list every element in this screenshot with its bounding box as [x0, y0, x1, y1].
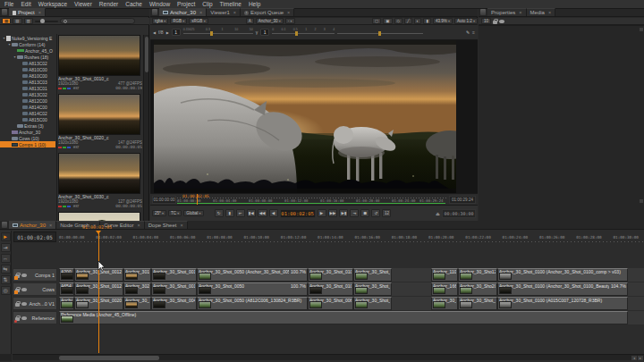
timeline-clip[interactable]: Anchor_30_Shot_0070	[353, 297, 392, 310]
tree-item-rushes-18-[interactable]: ▾Rushes (18)	[0, 54, 55, 60]
bin-vertical-scrollbar[interactable]	[143, 35, 148, 224]
tree-item-a815c00[interactable]: A815C00	[0, 116, 55, 122]
timecode-mode-select[interactable]: TC ▾	[168, 210, 182, 216]
timeline-clip[interactable]: Anchor_30134.2%	[123, 268, 151, 282]
timeline-clip[interactable]: Anchor_30_Shot_0090	[458, 297, 497, 310]
colorspace-select[interactable]: sRGB ▾	[189, 18, 208, 24]
timeline-clip[interactable]: Anchor_30_Shot_0050 (Anchor_30_Shot_0050…	[197, 268, 308, 282]
fps-select[interactable]: 25* ▾	[152, 210, 166, 216]
layer-select[interactable]: rgba ▾	[152, 18, 168, 24]
tree-item-a810c00[interactable]: A810C00	[0, 72, 55, 79]
timeline-horizontal-scrollbar[interactable]: ◂ ▸	[13, 354, 644, 360]
tree-item-comps-1-10-[interactable]: Comps 1 (10)	[0, 141, 55, 147]
goto-end-icon[interactable]: ⇥	[350, 209, 359, 217]
close-icon[interactable]: ×	[199, 10, 202, 15]
viewer-timeline-ruler[interactable]: 01:00:00:00 01:00:00:0001:00:04:0001:00:…	[150, 193, 478, 205]
close-icon[interactable]: ×	[138, 223, 140, 228]
tree-item-extras-3-[interactable]: Extras (3)	[0, 122, 55, 129]
track-header-comps-1[interactable]: Comps 1	[13, 268, 57, 282]
timeline-clip[interactable]: Anchor_30_Shot_0101.8%	[308, 268, 353, 282]
tree-item-a813c03[interactable]: A813C03	[0, 79, 55, 85]
tree-item-a814c00[interactable]: A814C00	[0, 104, 55, 110]
mark-icon[interactable]: ▮	[225, 209, 234, 217]
next-edit-icon[interactable]: ▶▮	[339, 209, 348, 217]
timeline-clip[interactable]: Anchor_110.3%	[431, 268, 458, 282]
track-header-cows[interactable]: Cows	[13, 282, 57, 296]
zoom-select[interactable]: 43.9% ▾	[433, 18, 453, 24]
bin-thumbnail[interactable]: Anchor_30_Shot_0030_c1920x1080127 @24FPS…	[58, 153, 142, 208]
timeline-clip[interactable]: A654.5%	[59, 282, 74, 296]
tree-item-a813c02[interactable]: A813C02	[0, 91, 55, 97]
bin-thumbnail[interactable]: Anchor_30_Shot_0010_c1920x1080477 @24FPS…	[58, 35, 142, 90]
timeline-clip[interactable]: Anchor_30_Shot_0040	[151, 297, 197, 310]
timeline-ruler[interactable]: 01:00:00:0001:00:02:0001:00:04:0001:00:0…	[59, 232, 644, 243]
multi-tool-icon[interactable]: ►	[1, 232, 11, 241]
track-visibility-icon[interactable]	[21, 302, 27, 306]
frame-increment-field[interactable]: 12	[382, 209, 391, 217]
close-icon[interactable]: ×	[519, 10, 521, 15]
tree-item-nuke9-versioning-e[interactable]: ▾Nuke9_Versioning E	[0, 35, 55, 41]
project-grip-icon[interactable]	[2, 9, 7, 15]
stop-icon[interactable]: ◼	[360, 209, 369, 217]
goto-start-icon[interactable]: ⇤	[236, 209, 245, 217]
tree-item-a814c02[interactable]: A814C02	[0, 110, 55, 116]
track-visibility-icon[interactable]	[21, 316, 27, 320]
timeline-clip[interactable]: Anchor_30_Shot_0050100.7%	[197, 282, 308, 296]
menu-workspace[interactable]: Workspace	[38, 1, 67, 7]
channel-select[interactable]: RGB ▾	[170, 18, 187, 24]
close-icon[interactable]: ×	[38, 10, 41, 15]
tree-item-anchor-45-o[interactable]: Anchor_45_O	[0, 47, 55, 54]
proxy-select[interactable]: Auto 1:2 ▾	[454, 18, 478, 24]
timeline-clip[interactable]: Anchor_166.7%	[431, 282, 458, 296]
focus-panel-icon[interactable]	[499, 20, 504, 23]
timeline-clip[interactable]: Anchor_30_Shot	[431, 297, 458, 310]
timeline-clip[interactable]: Anchor_30_Sho202.0%	[458, 282, 497, 296]
menu-render[interactable]: Render	[99, 1, 118, 7]
timeline-clip[interactable]: Anchor_30_Shot_0070	[353, 268, 392, 282]
timeline-clip[interactable]: Anchor_30_Shot_0100 (Anchor_30_Shot_0100…	[497, 282, 628, 296]
mix-slider[interactable]	[337, 28, 423, 37]
bin-thumbnail[interactable]: Anchor_30_Shot_0020_c1920x1080147 @24FPS…	[58, 94, 142, 149]
viewer-menu-icon[interactable]: ≡	[472, 29, 475, 35]
annotate-pencil-icon[interactable]: ✎	[466, 29, 470, 35]
properties-grip-icon[interactable]	[480, 9, 486, 15]
list-view-button[interactable]: ▤	[13, 18, 21, 24]
tab-dope-sheet[interactable]: Dope Sheet×	[145, 221, 188, 229]
detail-view-button[interactable]: ▥	[24, 18, 33, 24]
gamma-value[interactable]: 1	[260, 29, 269, 36]
timeline-clip[interactable]: A200.7%	[59, 268, 74, 282]
step-back-icon[interactable]: ◀◀	[258, 209, 267, 217]
range-select[interactable]: Global ▾	[183, 210, 203, 216]
close-icon[interactable]: ×	[180, 223, 182, 228]
scroll-left-icon[interactable]: ◂	[631, 356, 637, 360]
track-visibility-icon[interactable]	[21, 274, 27, 277]
scroll-right-icon[interactable]: ▸	[638, 356, 643, 360]
flipbook-icon[interactable]: ⏏	[436, 211, 440, 216]
tree-item-a813c01[interactable]: A813C01	[0, 85, 55, 91]
menu-edit[interactable]: Edit	[21, 1, 30, 7]
move-tool-icon[interactable]: ⇥	[1, 243, 11, 252]
timeline-clip[interactable]: Anchor_30_Shot_00171.2%	[151, 282, 197, 296]
max-panels-field[interactable]: 10	[481, 18, 491, 24]
menu-help[interactable]: Help	[249, 1, 260, 7]
tab-media[interactable]: Media×	[527, 8, 556, 16]
tree-item-a810c00[interactable]: A810C00	[0, 66, 55, 72]
close-icon[interactable]: ×	[49, 223, 52, 228]
thumbnail-size-slider[interactable]	[35, 21, 58, 22]
loop-icon[interactable]: ↻	[215, 209, 224, 217]
playhead-line[interactable]	[98, 231, 99, 353]
timeline-clip[interactable]: Anchor_3	[59, 297, 74, 310]
roll-tool-icon[interactable]: ⇅	[1, 275, 11, 284]
track-header-anch-0-v1[interactable]: Anch...0 V1	[13, 297, 57, 310]
timeline-clip[interactable]: Anchor_30_Shot_0	[123, 297, 151, 310]
tab-anchor_30[interactable]: Anchor_30×	[9, 221, 56, 229]
menu-file[interactable]: File	[4, 1, 13, 7]
timeline-clip[interactable]: Reference Media (Anchor_45_Offline)	[59, 311, 628, 324]
timeline-clip[interactable]: Anchor_30_Shot_0060	[308, 297, 353, 310]
slip-tool-icon[interactable]: ↔	[1, 254, 11, 263]
timeline-clip[interactable]: Anchor_30_Sho124.0%	[458, 268, 497, 282]
tree-thumbs-divider[interactable]	[56, 34, 57, 224]
ab-button[interactable]: A	[246, 18, 254, 24]
menu-timeline[interactable]: Timeline	[220, 1, 242, 7]
gain-next-icon[interactable]: ▶	[166, 30, 169, 35]
